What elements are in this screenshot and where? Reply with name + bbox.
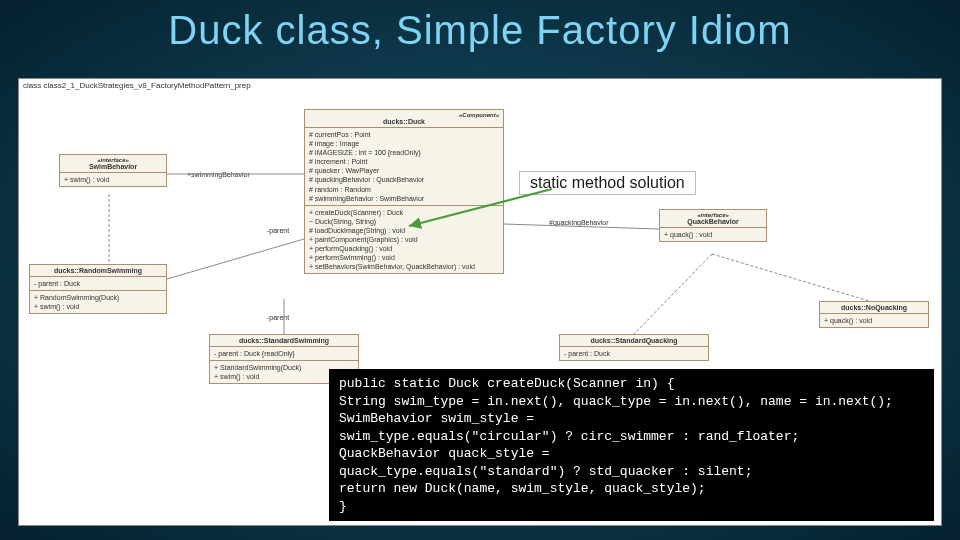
code-line: public static Duck createDuck(Scanner in… [339, 375, 924, 393]
op: + RandomSwimming(Duck) [34, 293, 162, 302]
class-swimbehavior: «interface» SwimBehavior + swim() : void [59, 154, 167, 187]
class-quackbehavior: «interface» QuackBehavior + quack() : vo… [659, 209, 767, 242]
code-line: } [339, 498, 924, 516]
op: + swim() : void [34, 302, 162, 311]
class-name: ducks::StandardSwimming [210, 335, 358, 347]
svg-line-7 [167, 239, 304, 279]
class-attrs: - parent : Duck {readOnly} [210, 347, 358, 361]
class-attrs: - parent : Duck [30, 277, 166, 291]
class-name: ducks::RandomSwimming [30, 265, 166, 277]
attr: # increment : Point [309, 157, 499, 166]
attr: # image : Image [309, 139, 499, 148]
code-line: QuackBehavior quack_style = [339, 445, 924, 463]
svg-line-0 [409, 189, 552, 226]
rel-swimming: +swimmingBehavior [187, 171, 250, 178]
package-label: class class2_1_DuckStrategies_v8_Factory… [23, 81, 251, 90]
rel-parent: -parent [267, 314, 289, 321]
code-snippet: public static Duck createDuck(Scanner in… [329, 369, 934, 521]
class-standardquacking: ducks::StandardQuacking - parent : Duck [559, 334, 709, 361]
uml-diagram: class class2_1_DuckStrategies_v8_Factory… [18, 78, 942, 526]
rel-parent: -parent [267, 227, 289, 234]
class-ops: + RandomSwimming(Duck) + swim() : void [30, 291, 166, 313]
attr: # currentPos : Point [309, 130, 499, 139]
class-name: ducks::Duck [309, 118, 499, 125]
op: + paintComponent(Graphics) : void [309, 235, 499, 244]
svg-line-6 [712, 254, 869, 301]
class-randomswimming: ducks::RandomSwimming - parent : Duck + … [29, 264, 167, 314]
code-line: String swim_type = in.next(), quack_type… [339, 393, 924, 411]
op: + setBehaviors(SwimBehavior, QuackBehavi… [309, 262, 499, 271]
code-line: return new Duck(name, swim_style, quack_… [339, 480, 924, 498]
class-noquacking: ducks::NoQuacking + quack() : void [819, 301, 929, 328]
class-name: QuackBehavior [664, 218, 762, 225]
attr: # quacker : WavPlayer [309, 166, 499, 175]
class-ops: + swim() : void [60, 173, 166, 186]
class-name: SwimBehavior [64, 163, 162, 170]
class-attrs: - parent : Duck [560, 347, 708, 360]
code-line: swim_type.equals("circular") ? circ_swim… [339, 428, 924, 446]
attr: # IMAGESIZE : int = 100 {readOnly} [309, 148, 499, 157]
class-name: ducks::NoQuacking [820, 302, 928, 314]
op: + performSwimming() : void [309, 253, 499, 262]
arrow-icon [397, 184, 567, 234]
svg-line-5 [634, 254, 712, 334]
code-line: quack_type.equals("standard") ? std_quac… [339, 463, 924, 481]
class-name: ducks::StandardQuacking [560, 335, 708, 347]
op: + performQuacking() : void [309, 244, 499, 253]
slide-title: Duck class, Simple Factory Idiom [0, 0, 960, 53]
class-ops: + quack() : void [660, 228, 766, 241]
class-ops: + quack() : void [820, 314, 928, 327]
code-line: SwimBehavior swim_style = [339, 410, 924, 428]
